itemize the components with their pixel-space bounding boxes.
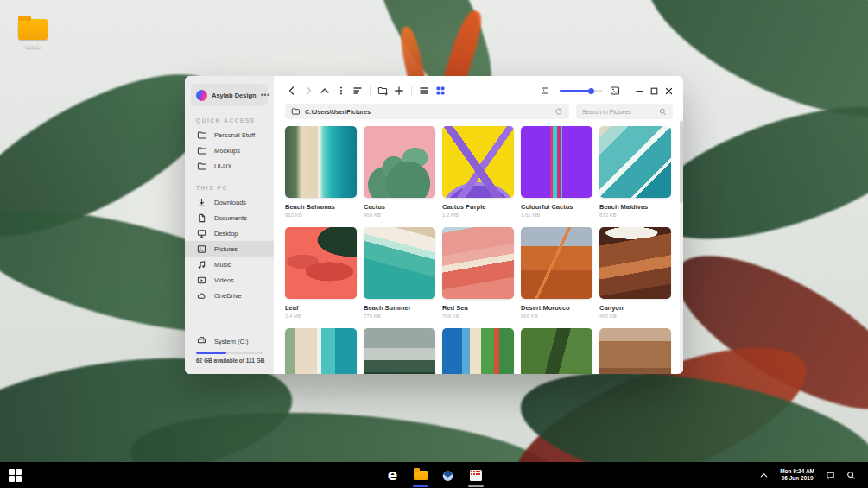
file-thumbnail[interactable] bbox=[285, 227, 357, 299]
start-button[interactable] bbox=[9, 469, 22, 482]
file-item[interactable] bbox=[442, 328, 514, 374]
scrollbar-thumb[interactable] bbox=[680, 121, 683, 203]
address-bar[interactable]: C:\Users\User\Pictures bbox=[285, 104, 569, 119]
add-button[interactable] bbox=[392, 84, 406, 98]
sidebar-item-mockups[interactable]: Mockups bbox=[185, 143, 274, 158]
folder-icon bbox=[197, 146, 206, 155]
file-thumbnail[interactable] bbox=[285, 328, 357, 374]
taskbar-search-icon[interactable] bbox=[846, 471, 856, 480]
sidebar-item-onedrive[interactable]: OneDrive bbox=[185, 288, 274, 303]
file-item-beach-maldivas[interactable]: Beach Maldivas872 KB bbox=[599, 126, 671, 218]
file-item-cactus[interactable]: Cactus460 KB bbox=[364, 126, 435, 218]
sidebar-item-label: Downloads bbox=[214, 199, 246, 206]
file-item-beach-summer[interactable]: Beach Summer775 KB bbox=[364, 227, 435, 319]
file-item-beach-bahamas[interactable]: Beach Bahamas962 KB bbox=[285, 126, 357, 218]
sidebar-item-documents[interactable]: Documents bbox=[185, 210, 274, 225]
slider-knob[interactable] bbox=[588, 88, 594, 94]
file-thumbnail[interactable] bbox=[442, 227, 514, 299]
file-name: Cactus bbox=[364, 203, 435, 211]
more-menu-icon[interactable] bbox=[334, 84, 348, 98]
new-folder-button[interactable] bbox=[376, 84, 390, 98]
file-size: 460 KB bbox=[364, 212, 435, 218]
thumbnail-small-icon bbox=[538, 84, 552, 98]
file-thumbnail[interactable] bbox=[442, 126, 514, 198]
close-button[interactable] bbox=[662, 85, 675, 98]
desktop-icon-work[interactable]: Work bbox=[10, 14, 55, 50]
file-size: 775 KB bbox=[364, 314, 435, 319]
scrollbar-track[interactable] bbox=[680, 119, 683, 374]
file-name: Leaf bbox=[285, 304, 357, 312]
refresh-icon[interactable] bbox=[554, 107, 563, 116]
taskbar-explorer-icon[interactable] bbox=[413, 462, 428, 488]
sidebar-item-desktop[interactable]: Desktop bbox=[185, 225, 274, 241]
toolbar bbox=[274, 79, 683, 102]
folder-icon bbox=[197, 162, 206, 171]
minimize-button[interactable] bbox=[633, 85, 646, 98]
active-app-indicator bbox=[468, 485, 484, 487]
file-name: Beach Summer bbox=[364, 304, 435, 312]
thumbnail-size-slider[interactable] bbox=[560, 90, 603, 92]
file-thumbnail[interactable] bbox=[364, 227, 435, 299]
chat-icon[interactable] bbox=[826, 471, 835, 480]
taskbar-calendar-icon[interactable] bbox=[468, 462, 484, 488]
file-item-leaf[interactable]: Leaf1.4 MB bbox=[285, 227, 357, 319]
storage-section[interactable]: System (C:) 62 GB available of 111 GB bbox=[185, 334, 274, 364]
up-button[interactable] bbox=[318, 84, 332, 98]
profile-chip[interactable]: Asylab Design ••• bbox=[191, 84, 268, 106]
sidebar-item-label: Desktop bbox=[214, 230, 238, 238]
file-thumbnail[interactable] bbox=[599, 126, 671, 198]
address-path[interactable]: C:\Users\User\Pictures bbox=[305, 109, 549, 115]
search-input[interactable] bbox=[582, 109, 659, 115]
storage-label: System (C:) bbox=[214, 338, 249, 345]
sidebar-section-title: THIS PC bbox=[196, 185, 274, 191]
sidebar-item-label: Videos bbox=[214, 276, 234, 284]
file-thumbnail[interactable] bbox=[285, 126, 357, 198]
file-thumbnail[interactable] bbox=[599, 227, 671, 299]
sidebar-item-music[interactable]: Music bbox=[185, 257, 274, 272]
list-view-button[interactable] bbox=[417, 84, 431, 98]
desktop-screen: Work Asylab Design ••• QUICK ACCESSPerso… bbox=[0, 0, 868, 488]
grid-view-button[interactable] bbox=[434, 84, 447, 98]
file-thumbnail[interactable] bbox=[599, 328, 671, 374]
file-item-desert-morocco[interactable]: Desert Morocco868 KB bbox=[521, 227, 592, 319]
file-thumbnail[interactable] bbox=[521, 227, 592, 299]
file-thumbnail[interactable] bbox=[521, 328, 592, 374]
file-thumbnail[interactable] bbox=[521, 126, 592, 198]
back-button[interactable] bbox=[285, 84, 299, 98]
file-item[interactable] bbox=[285, 328, 357, 374]
file-item-cactus-purple[interactable]: Cactus Purple1.2 MB bbox=[442, 126, 514, 218]
file-item[interactable] bbox=[521, 328, 592, 374]
search-box[interactable] bbox=[576, 104, 673, 119]
taskbar-edge-icon[interactable]: e bbox=[385, 462, 401, 488]
video-icon bbox=[197, 276, 206, 285]
cloud-icon bbox=[197, 291, 206, 301]
file-thumbnail[interactable] bbox=[364, 328, 435, 374]
forward-button[interactable] bbox=[301, 84, 315, 98]
taskbar-mail-icon[interactable] bbox=[440, 462, 456, 488]
sidebar-item-label: UI-UX bbox=[214, 162, 231, 170]
file-item[interactable] bbox=[364, 328, 435, 374]
picture-icon bbox=[197, 244, 206, 254]
maximize-button[interactable] bbox=[648, 85, 661, 98]
sidebar-item-videos[interactable]: Videos bbox=[185, 272, 274, 288]
path-row: C:\Users\User\Pictures bbox=[274, 102, 683, 119]
file-name: Beach Maldivas bbox=[599, 203, 671, 211]
file-name: Desert Morocco bbox=[521, 304, 592, 312]
sidebar-item-downloads[interactable]: Downloads bbox=[185, 194, 274, 210]
file-thumbnail[interactable] bbox=[364, 126, 435, 198]
file-explorer-window: Asylab Design ••• QUICK ACCESSPersonal S… bbox=[185, 76, 683, 374]
file-item-colourful-cactus[interactable]: Colourful Cactus1.01 MB bbox=[521, 126, 592, 218]
taskbar-clock[interactable]: Mon 9:24 AM 06 Jun 2019 bbox=[780, 468, 814, 482]
tray-chevron-up-icon[interactable] bbox=[759, 471, 769, 480]
sidebar-item-pictures[interactable]: Pictures bbox=[185, 241, 274, 257]
file-size: 872 KB bbox=[599, 212, 671, 218]
file-item-red-sea[interactable]: Red Sea769 KB bbox=[442, 227, 514, 319]
file-size: 1.2 MB bbox=[442, 212, 514, 218]
file-item[interactable] bbox=[599, 328, 671, 374]
file-item-canyon[interactable]: Canyon465 KB bbox=[599, 227, 671, 319]
sort-icon[interactable] bbox=[351, 84, 364, 98]
sidebar-item-personal-stuff[interactable]: Personal Stuff bbox=[185, 127, 274, 143]
file-thumbnail[interactable] bbox=[442, 328, 514, 374]
more-options-icon[interactable]: ••• bbox=[261, 91, 270, 99]
sidebar-item-ui-ux[interactable]: UI-UX bbox=[185, 158, 274, 174]
